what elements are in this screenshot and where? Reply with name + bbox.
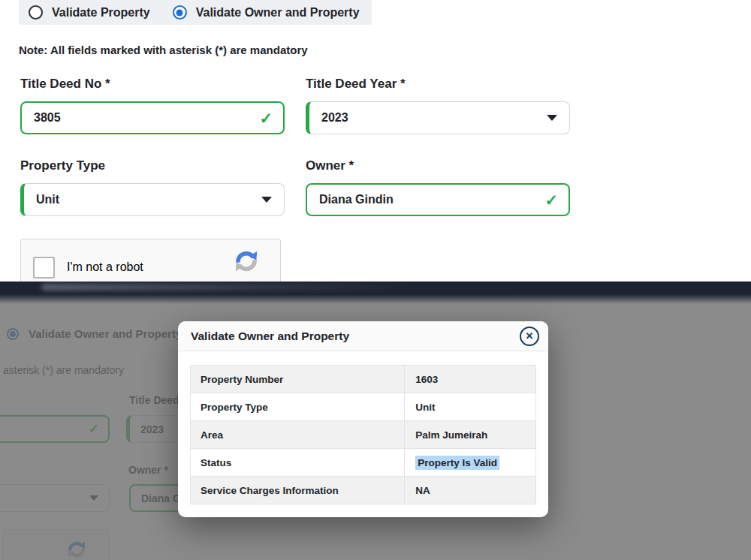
row-value: Property Is Valid — [405, 449, 536, 477]
table-row: Area Palm Jumeirah — [191, 421, 536, 449]
dark-bar-gradient — [0, 294, 751, 304]
row-value: Palm Jumeirah — [405, 421, 536, 449]
row-label: Property Number — [191, 366, 405, 393]
title-deed-year-value: 2023 — [321, 111, 547, 125]
validation-mode-radio-group: Validate Property Validate Owner and Pro… — [19, 0, 372, 25]
caret-down-icon — [547, 115, 557, 121]
radio-validate-owner-and-property[interactable]: Validate Owner and Property — [173, 5, 360, 20]
row-value: 1603 — [405, 366, 536, 393]
recaptcha-label: I'm not a robot — [67, 260, 143, 274]
property-type-label: Property Type — [20, 158, 105, 173]
modal-title: Validate Owner and Property — [191, 330, 349, 343]
recaptcha-widget: I'm not a robot — [20, 239, 281, 284]
radio-validate-property[interactable]: Validate Property — [29, 5, 150, 20]
row-value: NA — [405, 477, 536, 504]
recaptcha-logo-icon — [232, 247, 261, 278]
title-deed-year-select[interactable]: 2023 — [306, 101, 570, 134]
table-row: Property Number 1603 — [191, 366, 536, 393]
caret-down-icon — [261, 197, 272, 203]
table-row: Property Type Unit — [191, 393, 536, 421]
validation-form: Validate Property Validate Owner and Pro… — [0, 0, 751, 282]
mandatory-fields-note: Note: All fields marked with asterisk (*… — [19, 44, 308, 56]
property-type-value: Unit — [36, 193, 261, 206]
status-highlighted-value: Property Is Valid — [415, 456, 499, 470]
modal-body: Property Number 1603 Property Type Unit … — [178, 351, 548, 516]
row-value: Unit — [405, 393, 536, 421]
row-label: Area — [191, 421, 405, 449]
owner-label: Owner * — [306, 158, 354, 173]
dark-divider-bar — [0, 282, 751, 294]
dimmed-screenshot-section: Validate Owner and Property asterisk (*)… — [0, 282, 751, 560]
row-label: Status — [191, 449, 405, 477]
owner-field[interactable]: ✓ — [306, 183, 570, 216]
owner-input[interactable] — [319, 193, 544, 206]
title-deed-year-label: Title Deed Year * — [306, 77, 406, 92]
radio-validate-owner-and-property-label: Validate Owner and Property — [196, 6, 360, 20]
modal-header: Validate Owner and Property ✕ — [178, 321, 548, 351]
blurred-text-smudge — [41, 284, 421, 291]
radio-unselected-icon[interactable] — [29, 5, 43, 20]
row-label: Property Type — [191, 393, 405, 421]
property-type-select[interactable]: Unit — [20, 183, 285, 216]
valid-check-icon: ✓ — [259, 110, 273, 126]
recaptcha-checkbox[interactable] — [33, 257, 55, 278]
title-deed-no-label: Title Deed No * — [20, 77, 110, 92]
radio-validate-property-label: Validate Property — [52, 6, 150, 20]
screen: Validate Property Validate Owner and Pro… — [0, 0, 751, 560]
radio-selected-icon[interactable] — [173, 5, 187, 20]
row-label: Service Charges Information — [191, 477, 405, 504]
valid-check-icon: ✓ — [544, 192, 558, 208]
title-deed-no-input[interactable] — [34, 111, 259, 125]
table-row: Status Property Is Valid — [191, 449, 536, 477]
title-deed-no-field[interactable]: ✓ — [20, 101, 285, 134]
validate-owner-and-property-modal: Validate Owner and Property ✕ Property N… — [178, 321, 548, 517]
validation-result-table: Property Number 1603 Property Type Unit … — [190, 365, 536, 504]
close-icon[interactable]: ✕ — [520, 327, 539, 346]
table-row: Service Charges Information NA — [191, 477, 536, 504]
